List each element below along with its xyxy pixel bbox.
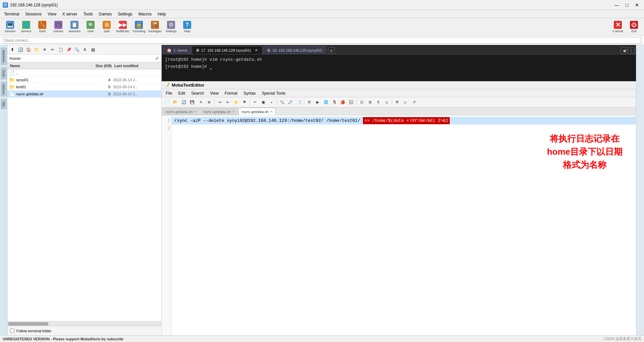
editor-tab-2-close[interactable]: ✕ xyxy=(232,110,235,113)
file-toolbar-view[interactable]: ▤ xyxy=(89,46,97,53)
editor-btn-cut[interactable]: ✂ xyxy=(251,98,259,106)
menu-view[interactable]: View xyxy=(45,11,59,17)
toolbar-tunneling[interactable]: 🔒 Tunneling xyxy=(131,19,146,34)
tab-home[interactable]: 🏠 1. Home xyxy=(163,46,191,54)
editor-btn-pilcrow[interactable]: ¶ xyxy=(374,98,382,106)
editor-menu-file[interactable]: File xyxy=(163,90,175,96)
toolbar-multiexec[interactable]: ▶▶ MultiExec xyxy=(115,19,130,34)
toolbar-games[interactable]: 🎮 Games xyxy=(51,19,66,34)
editor-btn-macro[interactable]: ⚙ xyxy=(305,98,313,106)
file-toolbar-up[interactable]: ⬆ xyxy=(9,46,16,53)
menu-sessions[interactable]: Sessions xyxy=(22,11,44,17)
path-go-btn[interactable]: ✓ xyxy=(155,55,159,61)
editor-menu-search[interactable]: Search xyxy=(189,90,207,96)
editor-btn-linux[interactable]: 🐧 xyxy=(330,98,338,106)
editor-menu-edit[interactable]: Edit xyxy=(175,90,188,96)
menu-settings[interactable]: Settings xyxy=(115,11,135,17)
toolbar-settings[interactable]: ⚙ Settings xyxy=(164,19,178,34)
sidebar-tab-sftp[interactable]: Sftp xyxy=(1,99,6,109)
editor-menu-view[interactable]: View xyxy=(207,90,221,96)
editor-btn-refresh[interactable]: ↺ xyxy=(410,98,418,106)
editor-menu-syntax[interactable]: Syntax xyxy=(241,90,259,96)
file-row-test01[interactable]: 📁 test01 0 2022-05-14 2... xyxy=(7,84,161,91)
terminal-area[interactable]: [root@192 home]# vim rsync-getdata.sh [r… xyxy=(162,54,636,81)
editor-btn-macro2[interactable]: ▶ xyxy=(314,98,322,106)
tab-add-button[interactable]: + xyxy=(328,47,335,54)
menu-terminal[interactable]: Terminal xyxy=(1,11,22,17)
file-toolbar-search[interactable]: 🔍 xyxy=(73,46,80,53)
tab-synyi01[interactable]: 🖥 17. 192.168.146.128 (synyi01) ✕ xyxy=(192,46,263,54)
editor-btn-find[interactable]: 🔍 xyxy=(278,98,286,106)
editor-btn-tools1[interactable]: ⚒ xyxy=(393,98,401,106)
editor-btn-apple[interactable]: 🍎 xyxy=(339,98,347,106)
file-row-parent[interactable]: 📄 .. xyxy=(7,69,161,77)
editor-btn-open[interactable]: 📂 xyxy=(171,98,179,106)
menu-macros[interactable]: Macros xyxy=(136,11,154,17)
editor-file-tab-1[interactable]: rsync-getdata.sh ✕ xyxy=(162,108,200,115)
file-toolbar-home[interactable]: 🏠 xyxy=(25,46,32,53)
menu-xserver[interactable]: X server xyxy=(60,11,80,17)
file-toolbar-font[interactable]: A xyxy=(81,46,89,53)
editor-btn-view2[interactable]: ⊞ xyxy=(366,98,374,106)
editor-btn-find-file[interactable]: 📑 xyxy=(295,98,303,106)
tab-scroll-left[interactable]: ◀ xyxy=(621,47,627,54)
toolbar-session[interactable]: 💻 Session xyxy=(3,19,17,34)
file-toolbar-paste[interactable]: 📌 xyxy=(65,46,72,53)
sidebar-tab-sessions[interactable]: Sessions xyxy=(1,48,6,65)
editor-btn-view1[interactable]: ⊡ xyxy=(358,98,366,106)
file-scrollbar[interactable] xyxy=(7,321,161,326)
tab-options[interactable]: ⋮ xyxy=(628,47,635,54)
maximize-button[interactable]: □ xyxy=(623,2,631,8)
path-input[interactable] xyxy=(9,55,154,61)
toolbar-servers[interactable]: 🌐 Servers xyxy=(19,19,34,34)
toolbar-sessions[interactable]: 📋 Sessions xyxy=(67,19,82,34)
minimize-button[interactable]: — xyxy=(612,2,621,8)
sidebar-tab-macros[interactable]: Macros xyxy=(1,82,6,97)
file-toolbar-cut[interactable]: ✂ xyxy=(49,46,56,53)
tab-synyi01-close[interactable]: ✕ xyxy=(254,48,259,53)
editor-btn-find-replace[interactable]: 🔎 xyxy=(286,98,294,106)
sidebar-tab-tools[interactable]: Tools xyxy=(1,67,6,79)
quick-connect-input[interactable] xyxy=(3,37,641,44)
editor-btn-layout[interactable]: ≡ xyxy=(383,98,391,106)
file-toolbar-copy[interactable]: 📋 xyxy=(57,46,64,53)
close-button[interactable]: ✕ xyxy=(633,2,641,8)
editor-btn-unindent[interactable]: ⇤ xyxy=(224,98,232,106)
follow-terminal-checkbox[interactable] xyxy=(10,329,14,333)
code-editor-area[interactable]: rsync -azP --delete synyi02@192.168.146.… xyxy=(172,115,636,335)
file-toolbar-new-folder[interactable]: 📁 xyxy=(33,46,40,53)
editor-btn-close2[interactable]: ⊗ xyxy=(205,98,213,106)
editor-btn-close[interactable]: ✕ xyxy=(197,98,205,106)
editor-btn-web[interactable]: 🌐 xyxy=(322,98,330,106)
editor-btn-new[interactable]: 📄 xyxy=(163,98,171,106)
editor-menu-format[interactable]: Format xyxy=(222,90,240,96)
tab-synyi02[interactable]: 🖥 18. 192.168.146.129 (synyi02) xyxy=(263,46,326,54)
editor-btn-reload[interactable]: 🔄 xyxy=(180,98,188,106)
menu-help[interactable]: Help xyxy=(155,11,169,17)
file-row-synyi01[interactable]: 📁 synyi01 4 2022-05-14 2... xyxy=(7,77,161,84)
file-row-rsync[interactable]: 📄 rsync-getdata.sh 0 2022-05-14 2... xyxy=(7,91,161,98)
toolbar-exit[interactable]: ⏻ Exit xyxy=(627,19,641,34)
editor-btn-indent[interactable]: ⇥ xyxy=(215,98,223,106)
editor-btn-run[interactable]: ▷ xyxy=(401,98,410,106)
menu-tools[interactable]: Tools xyxy=(81,11,96,17)
editor-btn-save[interactable]: 💾 xyxy=(188,98,196,106)
file-toolbar-refresh[interactable]: 🔄 xyxy=(17,46,24,53)
toolbar-split[interactable]: ⊞ Split xyxy=(99,19,114,34)
toolbar-help[interactable]: ? Help xyxy=(180,19,195,34)
editor-btn-copy-rect[interactable]: ▣ xyxy=(259,98,267,106)
editor-btn-windows[interactable]: 🪟 xyxy=(347,98,355,106)
toolbar-xserver[interactable]: ✕ X server xyxy=(610,19,625,34)
editor-btn-star[interactable]: ⭐ xyxy=(232,98,240,106)
editor-btn-select-all[interactable]: ▪ xyxy=(268,98,276,106)
toolbar-packages[interactable]: 📦 Packages xyxy=(148,19,162,34)
scroll-thumb[interactable] xyxy=(8,322,48,326)
toolbar-view[interactable]: 👁 View xyxy=(83,19,98,34)
editor-btn-flag[interactable]: ⚑ xyxy=(240,98,249,106)
editor-menu-special-tools[interactable]: Special Tools xyxy=(259,90,288,96)
menu-games[interactable]: Games xyxy=(96,11,115,17)
editor-tab-3-close[interactable]: ✕ xyxy=(270,110,273,113)
editor-tab-1-close[interactable]: ✕ xyxy=(194,110,197,113)
toolbar-tools[interactable]: 🔧 Tools xyxy=(35,19,50,34)
editor-file-tab-2[interactable]: rsync-getdata.sh ✕ xyxy=(200,108,237,115)
